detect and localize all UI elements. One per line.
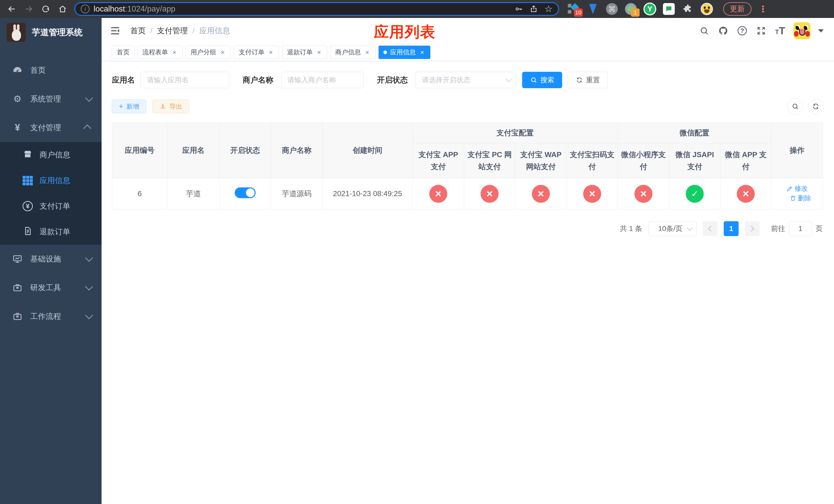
reset-button[interactable]: 重置 [568, 72, 608, 88]
emoji-extension-icon[interactable] [700, 2, 714, 16]
sidebar-item-system[interactable]: ⚙ 系统管理 [0, 85, 102, 113]
command-extension-icon[interactable]: ⌘ [605, 2, 619, 16]
kite-extension-icon[interactable] [586, 2, 599, 16]
pin-square-icon [568, 10, 571, 14]
sidebar-item-home[interactable]: 首页 [0, 56, 102, 85]
status-success-icon [686, 185, 704, 203]
font-size-button[interactable] [774, 25, 786, 37]
refresh-table-button[interactable] [808, 98, 824, 114]
url-bar[interactable]: i localhost:1024/pay/app ☆ [74, 2, 559, 16]
prev-page-button[interactable] [703, 221, 718, 236]
status-select[interactable]: 请选择开启状态 [415, 72, 517, 88]
breadcrumb-payment[interactable]: 支付管理 [157, 26, 188, 36]
close-icon[interactable]: × [171, 49, 178, 55]
chevron-down-icon [85, 311, 93, 319]
edit-link[interactable]: 修改 [786, 184, 808, 193]
sidebar-item-payment[interactable]: ¥ 支付管理 [0, 113, 102, 142]
emoji-eye [708, 6, 710, 9]
merchant-name-input[interactable] [281, 72, 364, 88]
rabbit-logo-image [7, 23, 26, 42]
col-header-wechat-lite: 微信小程序支付 [618, 143, 670, 178]
sidebar-item-app-info[interactable]: 应用信息 [0, 168, 102, 193]
gear-icon: ⚙ [12, 93, 23, 105]
tab-home[interactable]: 首页 [112, 46, 134, 59]
status-label: 开启状态 [377, 75, 408, 85]
status-fail-icon [737, 185, 755, 203]
goto-page-input[interactable] [789, 221, 812, 236]
fullscreen-button[interactable] [755, 25, 767, 37]
sidebar-item-label: 支付订单 [40, 201, 102, 211]
status-fail-icon [481, 185, 499, 203]
app-name-input[interactable] [140, 72, 229, 88]
add-button[interactable]: 新增 [112, 99, 146, 113]
sidebar-menu: 首页 ⚙ 系统管理 ¥ 支付管理 商户信息 [0, 56, 102, 331]
browser-update-button[interactable]: 更新 [723, 2, 751, 16]
extensions-menu-button[interactable] [681, 2, 695, 16]
page-size-select[interactable]: 10条/页 [648, 221, 697, 236]
close-icon[interactable]: × [267, 49, 274, 55]
breadcrumb-home[interactable]: 首页 [130, 26, 146, 36]
tab-pay-order[interactable]: 支付订单× [234, 46, 279, 59]
export-button[interactable]: 导出 [152, 99, 189, 113]
browser-home-button[interactable] [56, 2, 70, 16]
site-info-icon[interactable]: i [81, 5, 89, 13]
enabled-toggle[interactable] [235, 187, 256, 198]
next-page-button[interactable] [745, 221, 760, 236]
y-letter-icon: Y [644, 4, 655, 14]
col-header-wechat-jsapi: 微信 JSAPI 支付 [670, 143, 720, 178]
group-header-wechat: 微信配置 [618, 123, 771, 143]
avatar-cheek [805, 31, 810, 37]
sidebar-item-merchant-info[interactable]: 商户信息 [0, 142, 102, 168]
close-icon[interactable]: × [364, 49, 371, 55]
password-key-icon[interactable] [515, 5, 523, 13]
sidebar-item-dev-tools[interactable]: 研发工具 [0, 273, 102, 302]
tab-refund-order[interactable]: 退款订单× [282, 46, 327, 59]
status-fail-icon [429, 185, 447, 203]
help-button[interactable]: ? [737, 25, 748, 37]
browser-forward-button[interactable] [22, 2, 36, 16]
cell-merchant: 芋道源码 [271, 178, 323, 209]
browser-back-button[interactable] [5, 2, 19, 16]
hide-search-button[interactable] [787, 98, 803, 114]
page-unit-label: 页 [815, 224, 823, 233]
page-number-button[interactable]: 1 [724, 221, 739, 236]
browser-reload-button[interactable] [39, 2, 53, 16]
col-header-id: 应用编号 [112, 123, 168, 178]
close-icon[interactable]: × [219, 49, 226, 55]
share-icon[interactable] [530, 5, 538, 13]
search-button[interactable]: 搜索 [522, 72, 562, 88]
sidebar-collapse-button[interactable] [109, 25, 121, 37]
header-search-button[interactable] [699, 25, 710, 37]
close-icon[interactable]: × [316, 49, 322, 55]
tab-process-form[interactable]: 流程表单× [137, 46, 182, 59]
sidebar-item-pay-order[interactable]: ¥ 支付订单 [0, 193, 102, 219]
tab-user-group[interactable]: 用户分组× [186, 46, 231, 59]
avatar-dropdown-caret-icon[interactable] [818, 29, 824, 32]
search-icon [699, 26, 709, 36]
github-button[interactable] [718, 25, 729, 37]
browser-menu-dots-icon[interactable]: ⋮ [759, 4, 767, 14]
github-icon [718, 26, 728, 36]
goto-label: 前往 [771, 224, 785, 233]
chat-extension-icon[interactable] [662, 2, 676, 16]
tab-app-info[interactable]: 应用信息× [378, 46, 430, 59]
status-select-placeholder: 请选择开启状态 [422, 75, 506, 85]
recorder-extension-icon[interactable]: 1 [624, 2, 638, 16]
page-annotation-title: 应用列表 [374, 22, 436, 42]
pinned-extension-icon[interactable]: 10 [567, 2, 580, 16]
y-extension-icon[interactable]: Y [643, 2, 657, 16]
sidebar-logo[interactable]: 芋道管理系统 [0, 18, 102, 47]
delete-link[interactable]: 删除 [790, 194, 811, 203]
sidebar-item-infrastructure[interactable]: 基础设施 [0, 245, 102, 273]
tab-merchant-info[interactable]: 商户信息× [330, 46, 375, 59]
sidebar-item-workflow[interactable]: 工作流程 [0, 302, 102, 331]
col-header-actions: 操作 [771, 123, 823, 178]
user-avatar[interactable] [793, 22, 810, 39]
bookmark-star-icon[interactable]: ☆ [545, 4, 553, 14]
app-table: 应用编号 应用名 开启状态 商户名称 创建时间 支付宝配置 微信配置 操作 支付… [112, 122, 823, 209]
sidebar-item-refund-order[interactable]: 退款订单 [0, 219, 102, 245]
chevron-down-icon [85, 94, 93, 102]
col-header-alipay-qr: 支付宝扫码支付 [567, 143, 618, 178]
chevron-down-icon [85, 282, 93, 291]
close-icon[interactable]: × [419, 49, 425, 55]
